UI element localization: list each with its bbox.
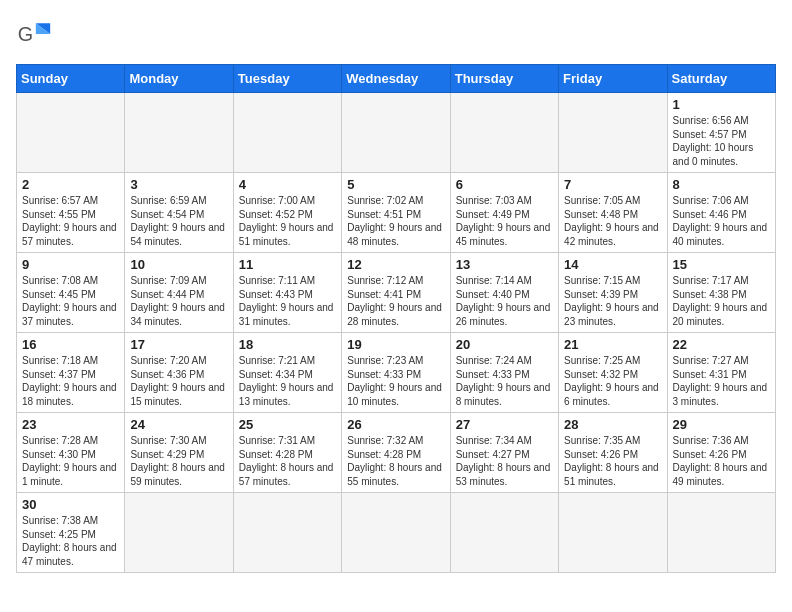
calendar-cell: 14Sunrise: 7:15 AM Sunset: 4:39 PM Dayli… (559, 253, 667, 333)
calendar-cell (342, 93, 450, 173)
calendar-cell: 21Sunrise: 7:25 AM Sunset: 4:32 PM Dayli… (559, 333, 667, 413)
day-info: Sunrise: 7:28 AM Sunset: 4:30 PM Dayligh… (22, 434, 119, 488)
calendar-cell (559, 493, 667, 573)
calendar-cell: 27Sunrise: 7:34 AM Sunset: 4:27 PM Dayli… (450, 413, 558, 493)
calendar-cell: 10Sunrise: 7:09 AM Sunset: 4:44 PM Dayli… (125, 253, 233, 333)
day-info: Sunrise: 7:21 AM Sunset: 4:34 PM Dayligh… (239, 354, 336, 408)
week-row-6: 30Sunrise: 7:38 AM Sunset: 4:25 PM Dayli… (17, 493, 776, 573)
day-number: 2 (22, 177, 119, 192)
weekday-header-friday: Friday (559, 65, 667, 93)
day-number: 26 (347, 417, 444, 432)
day-number: 19 (347, 337, 444, 352)
logo-icon: G (16, 16, 52, 52)
svg-text:G: G (18, 23, 33, 45)
day-info: Sunrise: 7:34 AM Sunset: 4:27 PM Dayligh… (456, 434, 553, 488)
weekday-header-monday: Monday (125, 65, 233, 93)
day-number: 30 (22, 497, 119, 512)
day-number: 11 (239, 257, 336, 272)
day-info: Sunrise: 6:59 AM Sunset: 4:54 PM Dayligh… (130, 194, 227, 248)
calendar-cell (233, 93, 341, 173)
calendar-cell: 4Sunrise: 7:00 AM Sunset: 4:52 PM Daylig… (233, 173, 341, 253)
calendar-cell: 24Sunrise: 7:30 AM Sunset: 4:29 PM Dayli… (125, 413, 233, 493)
day-number: 7 (564, 177, 661, 192)
calendar-cell: 16Sunrise: 7:18 AM Sunset: 4:37 PM Dayli… (17, 333, 125, 413)
calendar-cell: 13Sunrise: 7:14 AM Sunset: 4:40 PM Dayli… (450, 253, 558, 333)
day-info: Sunrise: 6:57 AM Sunset: 4:55 PM Dayligh… (22, 194, 119, 248)
calendar-cell: 25Sunrise: 7:31 AM Sunset: 4:28 PM Dayli… (233, 413, 341, 493)
calendar-cell: 12Sunrise: 7:12 AM Sunset: 4:41 PM Dayli… (342, 253, 450, 333)
day-number: 13 (456, 257, 553, 272)
calendar-cell: 17Sunrise: 7:20 AM Sunset: 4:36 PM Dayli… (125, 333, 233, 413)
day-number: 23 (22, 417, 119, 432)
day-number: 25 (239, 417, 336, 432)
weekday-header-wednesday: Wednesday (342, 65, 450, 93)
calendar-cell: 1Sunrise: 6:56 AM Sunset: 4:57 PM Daylig… (667, 93, 775, 173)
calendar-cell (450, 93, 558, 173)
day-number: 14 (564, 257, 661, 272)
week-row-3: 9Sunrise: 7:08 AM Sunset: 4:45 PM Daylig… (17, 253, 776, 333)
day-number: 5 (347, 177, 444, 192)
calendar-cell: 9Sunrise: 7:08 AM Sunset: 4:45 PM Daylig… (17, 253, 125, 333)
calendar-cell (667, 493, 775, 573)
calendar-cell: 30Sunrise: 7:38 AM Sunset: 4:25 PM Dayli… (17, 493, 125, 573)
day-number: 12 (347, 257, 444, 272)
weekday-header-row: SundayMondayTuesdayWednesdayThursdayFrid… (17, 65, 776, 93)
day-number: 1 (673, 97, 770, 112)
calendar-cell: 18Sunrise: 7:21 AM Sunset: 4:34 PM Dayli… (233, 333, 341, 413)
calendar-cell: 5Sunrise: 7:02 AM Sunset: 4:51 PM Daylig… (342, 173, 450, 253)
day-info: Sunrise: 7:24 AM Sunset: 4:33 PM Dayligh… (456, 354, 553, 408)
calendar-cell: 22Sunrise: 7:27 AM Sunset: 4:31 PM Dayli… (667, 333, 775, 413)
calendar-cell: 6Sunrise: 7:03 AM Sunset: 4:49 PM Daylig… (450, 173, 558, 253)
logo: G (16, 16, 56, 52)
calendar-cell: 26Sunrise: 7:32 AM Sunset: 4:28 PM Dayli… (342, 413, 450, 493)
calendar-cell: 19Sunrise: 7:23 AM Sunset: 4:33 PM Dayli… (342, 333, 450, 413)
day-number: 20 (456, 337, 553, 352)
calendar-cell: 2Sunrise: 6:57 AM Sunset: 4:55 PM Daylig… (17, 173, 125, 253)
day-number: 29 (673, 417, 770, 432)
day-info: Sunrise: 7:27 AM Sunset: 4:31 PM Dayligh… (673, 354, 770, 408)
day-number: 6 (456, 177, 553, 192)
calendar: SundayMondayTuesdayWednesdayThursdayFrid… (16, 64, 776, 573)
calendar-cell: 7Sunrise: 7:05 AM Sunset: 4:48 PM Daylig… (559, 173, 667, 253)
day-info: Sunrise: 7:11 AM Sunset: 4:43 PM Dayligh… (239, 274, 336, 328)
calendar-cell: 29Sunrise: 7:36 AM Sunset: 4:26 PM Dayli… (667, 413, 775, 493)
day-number: 21 (564, 337, 661, 352)
day-info: Sunrise: 7:25 AM Sunset: 4:32 PM Dayligh… (564, 354, 661, 408)
day-number: 4 (239, 177, 336, 192)
day-number: 3 (130, 177, 227, 192)
calendar-cell (342, 493, 450, 573)
calendar-cell (125, 93, 233, 173)
week-row-4: 16Sunrise: 7:18 AM Sunset: 4:37 PM Dayli… (17, 333, 776, 413)
calendar-cell: 23Sunrise: 7:28 AM Sunset: 4:30 PM Dayli… (17, 413, 125, 493)
calendar-cell: 3Sunrise: 6:59 AM Sunset: 4:54 PM Daylig… (125, 173, 233, 253)
day-info: Sunrise: 7:36 AM Sunset: 4:26 PM Dayligh… (673, 434, 770, 488)
day-info: Sunrise: 7:35 AM Sunset: 4:26 PM Dayligh… (564, 434, 661, 488)
day-info: Sunrise: 7:17 AM Sunset: 4:38 PM Dayligh… (673, 274, 770, 328)
day-number: 27 (456, 417, 553, 432)
day-info: Sunrise: 7:38 AM Sunset: 4:25 PM Dayligh… (22, 514, 119, 568)
day-number: 17 (130, 337, 227, 352)
page-header: G (16, 16, 776, 52)
day-number: 10 (130, 257, 227, 272)
day-number: 28 (564, 417, 661, 432)
day-info: Sunrise: 7:08 AM Sunset: 4:45 PM Dayligh… (22, 274, 119, 328)
day-info: Sunrise: 7:05 AM Sunset: 4:48 PM Dayligh… (564, 194, 661, 248)
calendar-cell: 8Sunrise: 7:06 AM Sunset: 4:46 PM Daylig… (667, 173, 775, 253)
weekday-header-thursday: Thursday (450, 65, 558, 93)
day-info: Sunrise: 7:31 AM Sunset: 4:28 PM Dayligh… (239, 434, 336, 488)
day-number: 9 (22, 257, 119, 272)
day-info: Sunrise: 7:12 AM Sunset: 4:41 PM Dayligh… (347, 274, 444, 328)
day-number: 15 (673, 257, 770, 272)
calendar-cell (450, 493, 558, 573)
day-info: Sunrise: 7:20 AM Sunset: 4:36 PM Dayligh… (130, 354, 227, 408)
day-number: 22 (673, 337, 770, 352)
week-row-2: 2Sunrise: 6:57 AM Sunset: 4:55 PM Daylig… (17, 173, 776, 253)
day-info: Sunrise: 7:09 AM Sunset: 4:44 PM Dayligh… (130, 274, 227, 328)
day-info: Sunrise: 7:32 AM Sunset: 4:28 PM Dayligh… (347, 434, 444, 488)
week-row-5: 23Sunrise: 7:28 AM Sunset: 4:30 PM Dayli… (17, 413, 776, 493)
calendar-cell (233, 493, 341, 573)
calendar-cell: 15Sunrise: 7:17 AM Sunset: 4:38 PM Dayli… (667, 253, 775, 333)
calendar-cell (125, 493, 233, 573)
day-info: Sunrise: 7:06 AM Sunset: 4:46 PM Dayligh… (673, 194, 770, 248)
day-info: Sunrise: 7:00 AM Sunset: 4:52 PM Dayligh… (239, 194, 336, 248)
